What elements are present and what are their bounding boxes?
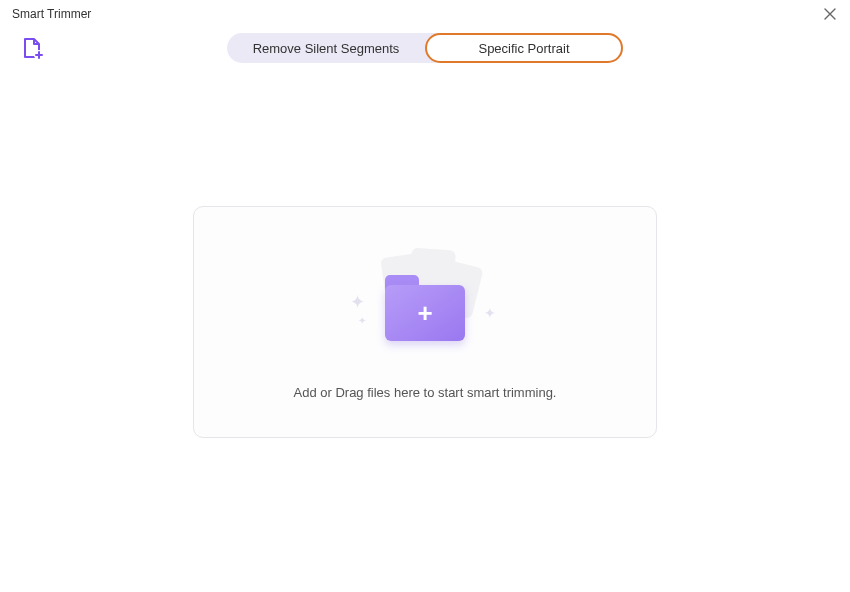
add-file-button[interactable] [20,36,44,60]
tab-label: Remove Silent Segments [253,41,400,56]
sparkle-icon: ✦ [358,315,366,326]
close-icon[interactable] [822,6,838,22]
window-title: Smart Trimmer [12,7,91,21]
dropzone-illustration: ✦ ✦ ✦ + [340,245,510,355]
dropzone-prompt: Add or Drag files here to start smart tr… [294,385,557,400]
title-bar: Smart Trimmer [0,0,850,24]
tab-specific-portrait[interactable]: Specific Portrait [425,33,623,63]
folder-plus-icon: + [385,283,465,341]
tab-label: Specific Portrait [478,41,569,56]
sparkle-icon: ✦ [350,291,365,313]
mode-tabs: Remove Silent Segments Specific Portrait [227,33,623,63]
add-file-icon [20,36,44,60]
file-dropzone[interactable]: ✦ ✦ ✦ + Add or Drag files here to start … [193,206,657,438]
sparkle-icon: ✦ [484,305,496,321]
toolbar: Remove Silent Segments Specific Portrait [0,24,850,72]
plus-icon: + [417,300,432,326]
content-area: ✦ ✦ ✦ + Add or Drag files here to start … [0,72,850,592]
tab-remove-silent-segments[interactable]: Remove Silent Segments [227,33,425,63]
